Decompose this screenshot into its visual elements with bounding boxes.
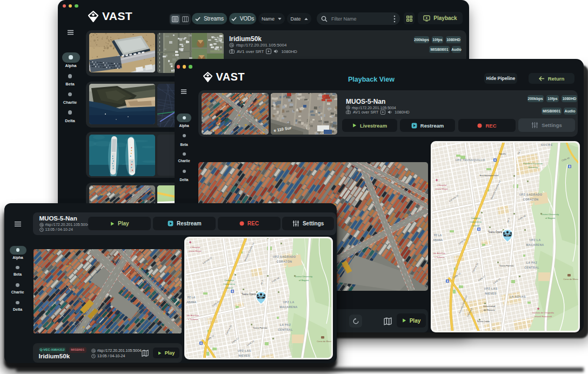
svg-text:Eco-boutique hotel: Eco-boutique hotel	[480, 174, 499, 177]
svg-text:Teatro Faenza: Teatro Faenza	[499, 264, 514, 267]
svg-text:CORAZÓN: CORAZÓN	[523, 197, 538, 201]
svg-text:LA PAZ: LA PAZ	[526, 261, 538, 264]
svg-text:Cementerio: Cementerio	[470, 221, 482, 223]
svg-text:a Sabana: a Sabana	[435, 256, 445, 258]
svg-text:UPZ LAS: UPZ LAS	[484, 287, 498, 290]
svg-text:ri Hospital: ri Hospital	[437, 184, 447, 186]
svg-text:of Bogotá: of Bogotá	[545, 217, 556, 219]
svg-text:Cerro de Mons: Cerro de Mons	[563, 278, 578, 280]
svg-text:Inpahu: Inpahu	[499, 152, 506, 155]
svg-text:UPZ SAGRADO: UPZ SAGRADO	[519, 193, 543, 196]
svg-text:Infantil Roosevelt: Infantil Roosevelt	[534, 315, 552, 318]
svg-text:LA AGUAS: LA AGUAS	[510, 295, 526, 298]
svg-text:del Rosario: del Rosario	[483, 309, 495, 311]
svg-text:PZ LA: PZ LA	[434, 233, 442, 237]
svg-text:Teatro Ópera: Teatro Ópera	[488, 230, 503, 233]
svg-text:sitario Mayor: sitario Mayor	[435, 188, 449, 190]
svg-text:District University: District University	[542, 213, 559, 216]
svg-text:UPZ TEUSAQUILLO: UPZ TEUSAQUILLO	[455, 158, 485, 162]
svg-text:Complejo: Complejo	[471, 217, 480, 219]
svg-text:Central: Central	[472, 224, 479, 227]
svg-text:NIEVES: NIEVES	[485, 292, 497, 295]
svg-text:Instituto de Ortopedia: Instituto de Ortopedia	[532, 311, 554, 314]
svg-text:UPZ LA: UPZ LA	[529, 238, 540, 242]
svg-text:SUCRE: SUCRE	[541, 143, 553, 146]
svg-text:ABANA: ABANA	[433, 238, 443, 242]
svg-text:Universidad: Universidad	[483, 305, 496, 308]
svg-text:CENTRAL: CENTRAL	[524, 266, 539, 269]
svg-text:SOF: SOF	[506, 235, 509, 237]
svg-text:Pontifical Xavierian: Pontifical Xavierian	[523, 162, 543, 165]
svg-text:University: University	[528, 166, 538, 169]
svg-text:Teatro Colón: Teatro Colón	[477, 320, 490, 323]
svg-text:MACARENA: MACARENA	[526, 243, 544, 246]
svg-text:ión ArteViva: ión ArteViva	[433, 252, 446, 255]
